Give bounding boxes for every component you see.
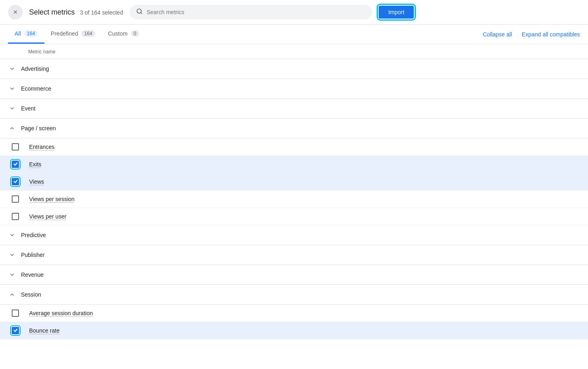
tab-predefined[interactable]: Predefined 164: [44, 25, 102, 44]
checkbox-area: [8, 161, 23, 168]
checkbox-area: [8, 195, 23, 203]
metric-row[interactable]: Views: [0, 173, 588, 191]
chevron-icon: [8, 124, 16, 132]
checkbox-area: [8, 310, 23, 317]
collapse-all-button[interactable]: Collapse all: [483, 31, 512, 38]
metric-checkbox[interactable]: [12, 195, 19, 203]
category-row[interactable]: Session: [0, 285, 588, 305]
category-row[interactable]: Ecommerce: [0, 79, 588, 99]
category-label: Event: [21, 105, 36, 112]
dialog-title: Select metrics 3 of 164 selected: [29, 8, 123, 17]
category-row[interactable]: Event: [0, 99, 588, 119]
chevron-icon: [8, 65, 16, 73]
category-row[interactable]: Page / screen: [0, 119, 588, 138]
metric-row[interactable]: Entrances: [0, 138, 588, 156]
metric-row[interactable]: Exits: [0, 156, 588, 173]
search-icon: [136, 8, 143, 16]
metric-label: Views per user: [29, 213, 66, 220]
metric-checkbox[interactable]: [12, 213, 19, 220]
category-label: Revenue: [21, 271, 44, 278]
close-icon: ×: [13, 8, 18, 17]
svg-line-1: [141, 13, 142, 14]
metric-row[interactable]: Bounce rate: [0, 322, 588, 339]
metric-checkbox[interactable]: [12, 327, 19, 334]
import-button[interactable]: Import: [379, 6, 414, 19]
metric-checkbox[interactable]: [12, 143, 19, 151]
expand-all-button[interactable]: Expand all compatibles: [522, 31, 580, 38]
checkbox-area: [8, 143, 23, 151]
chevron-icon: [8, 104, 16, 112]
metric-label: Average session duration: [29, 310, 93, 316]
table-header: Metric name: [0, 44, 588, 59]
metric-label: Bounce rate: [29, 327, 60, 334]
metric-checkbox[interactable]: [12, 310, 19, 317]
checkmark-icon: [13, 179, 18, 184]
chevron-icon: [8, 251, 16, 259]
metric-row[interactable]: Average session duration: [0, 305, 588, 322]
search-input[interactable]: [147, 9, 366, 15]
tabs-row: All 164 Predefined 164 Custom 0 Collapse…: [0, 25, 588, 44]
tab-all[interactable]: All 164: [8, 25, 44, 44]
category-label: Advertising: [21, 66, 49, 72]
checkbox-area: [8, 178, 23, 185]
checkmark-icon: [13, 328, 18, 333]
category-label: Predictive: [21, 232, 46, 238]
metric-label: Views: [29, 178, 44, 185]
metric-row[interactable]: Views per session: [0, 191, 588, 208]
chevron-icon: [8, 271, 16, 279]
metric-row[interactable]: Views per user: [0, 208, 588, 225]
metric-label: Exits: [29, 161, 41, 168]
selection-count: 3 of 164 selected: [80, 9, 123, 16]
tabs-left: All 164 Predefined 164 Custom 0: [8, 25, 483, 44]
category-label: Page / screen: [21, 125, 56, 131]
tab-predefined-badge: 164: [81, 30, 95, 37]
tabs-right: Collapse all Expand all compatibles: [483, 31, 580, 38]
checkbox-area: [8, 327, 23, 334]
category-row[interactable]: Revenue: [0, 265, 588, 285]
category-row[interactable]: Predictive: [0, 225, 588, 245]
header: × Select metrics 3 of 164 selected Impor…: [0, 0, 588, 25]
tab-custom-badge: 0: [131, 30, 139, 37]
metric-label: Entrances: [29, 144, 55, 150]
tab-all-badge: 164: [24, 30, 38, 37]
tab-custom[interactable]: Custom 0: [101, 25, 145, 44]
chevron-icon: [8, 291, 16, 299]
checkmark-icon: [13, 162, 18, 167]
category-label: Ecommerce: [21, 85, 51, 92]
metric-checkbox[interactable]: [12, 178, 19, 185]
metric-checkbox[interactable]: [12, 161, 19, 168]
metrics-list: AdvertisingEcommerceEventPage / screenEn…: [0, 59, 588, 339]
category-row[interactable]: Advertising: [0, 59, 588, 79]
chevron-icon: [8, 85, 16, 93]
chevron-icon: [8, 231, 16, 239]
category-label: Session: [21, 291, 41, 298]
search-box: [130, 5, 372, 19]
metric-name-header: Metric name: [28, 49, 55, 55]
category-row[interactable]: Publisher: [0, 245, 588, 265]
metric-label: Views per session: [29, 196, 75, 202]
close-button[interactable]: ×: [8, 5, 23, 19]
category-label: Publisher: [21, 252, 44, 258]
checkbox-area: [8, 213, 23, 220]
